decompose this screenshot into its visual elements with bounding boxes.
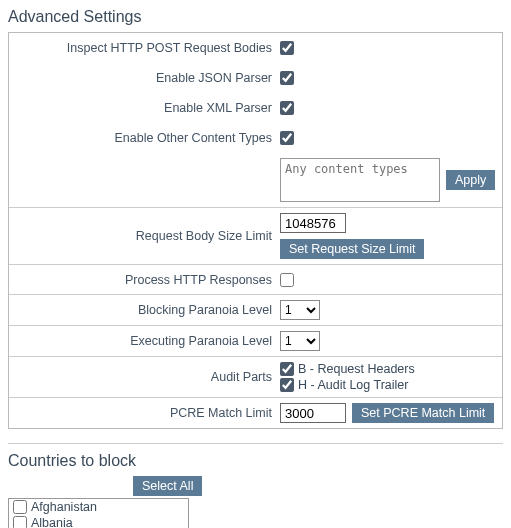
blocking-label: Blocking Paranoia Level	[15, 303, 280, 317]
audit-h-text: H - Audit Log Trailer	[298, 378, 408, 392]
set-pcre-button[interactable]: Set PCRE Match Limit	[352, 403, 494, 423]
country-name: Afghanistan	[31, 500, 97, 514]
blocking-select[interactable]: 1	[280, 300, 320, 320]
other-types-checkbox[interactable]	[280, 131, 294, 145]
select-all-button[interactable]: Select All	[133, 476, 202, 496]
audit-b-checkbox[interactable]	[280, 362, 294, 376]
audit-label: Audit Parts	[15, 370, 280, 384]
inspect-post-label: Inspect HTTP POST Request Bodies	[15, 41, 280, 55]
xml-parser-checkbox[interactable]	[280, 101, 294, 115]
process-resp-checkbox[interactable]	[280, 273, 294, 287]
countries-panel: Select All Afghanistan Albania Algeria A…	[8, 476, 503, 528]
list-item: Afghanistan	[9, 499, 188, 515]
country-checkbox[interactable]	[13, 500, 27, 514]
list-item: Albania	[9, 515, 188, 528]
inspect-post-checkbox[interactable]	[280, 41, 294, 55]
other-types-label: Enable Other Content Types	[15, 131, 280, 145]
countries-title: Countries to block	[8, 452, 503, 470]
country-checkbox[interactable]	[13, 516, 27, 528]
req-size-input[interactable]	[280, 213, 346, 233]
audit-b-text: B - Request Headers	[298, 362, 415, 376]
pcre-input[interactable]	[280, 403, 346, 423]
executing-select[interactable]: 1	[280, 331, 320, 351]
countries-listbox[interactable]: Afghanistan Albania Algeria American Sam…	[8, 498, 189, 528]
executing-label: Executing Paranoia Level	[15, 334, 280, 348]
req-size-label: Request Body Size Limit	[15, 229, 280, 243]
content-types-textarea[interactable]	[280, 158, 440, 202]
process-resp-label: Process HTTP Responses	[15, 273, 280, 287]
xml-parser-label: Enable XML Parser	[15, 101, 280, 115]
audit-h-checkbox[interactable]	[280, 378, 294, 392]
json-parser-label: Enable JSON Parser	[15, 71, 280, 85]
set-req-size-button[interactable]: Set Request Size Limit	[280, 239, 424, 259]
json-parser-checkbox[interactable]	[280, 71, 294, 85]
section-divider	[8, 443, 503, 444]
apply-button[interactable]: Apply	[446, 170, 495, 190]
advanced-settings-panel: Inspect HTTP POST Request Bodies Enable …	[8, 32, 503, 429]
pcre-label: PCRE Match Limit	[15, 406, 280, 420]
advanced-settings-title: Advanced Settings	[8, 8, 503, 26]
country-name: Albania	[31, 516, 73, 528]
